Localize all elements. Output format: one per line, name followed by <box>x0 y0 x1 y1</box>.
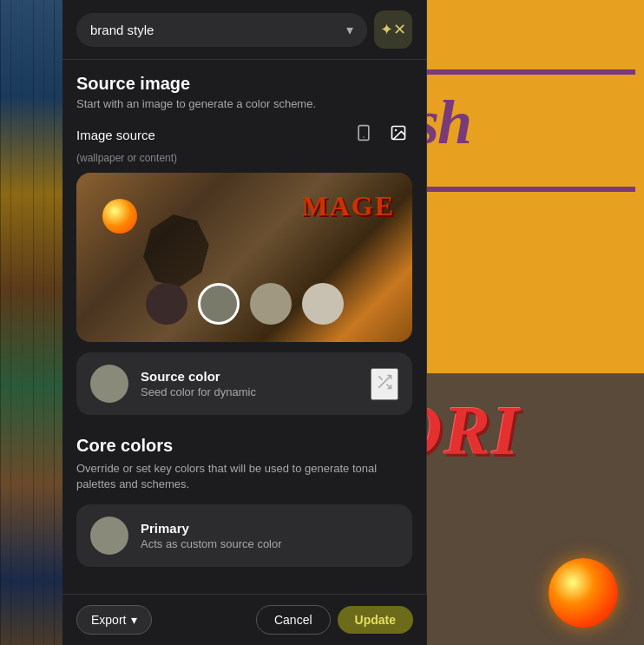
background-bookshelf <box>0 0 62 645</box>
color-swatches-row <box>76 283 412 325</box>
preview-shape <box>138 209 214 292</box>
swatch-4 <box>302 283 344 325</box>
primary-color-subtitle: Acts as custom source color <box>141 537 398 550</box>
primary-color-title: Primary <box>141 521 398 536</box>
preview-orb <box>102 199 137 234</box>
primary-color-info: Primary Acts as custom source color <box>141 521 398 550</box>
image-icon <box>390 124 407 146</box>
settings-panel: brand style ▾ ✦✕ Source image Start with… <box>62 0 427 645</box>
source-image-desc: Start with an image to generate a color … <box>76 97 412 110</box>
cancel-label: Cancel <box>274 613 312 627</box>
image-source-icons <box>350 121 412 148</box>
magic-wand-icon: ✦✕ <box>380 20 406 39</box>
preview-bg: MAGE <box>76 173 412 342</box>
preview-text: MAGE <box>301 190 395 222</box>
phone-source-button[interactable] <box>350 121 378 148</box>
export-button[interactable]: Export ▾ <box>76 605 152 635</box>
orb-decoration <box>549 558 618 628</box>
primary-color-circle <box>90 517 128 555</box>
svg-point-1 <box>363 136 365 138</box>
source-color-card[interactable]: Source color Seed color for dynamic <box>76 352 412 415</box>
source-image-title: Source image <box>76 74 412 94</box>
primary-color-card[interactable]: Primary Acts as custom source color <box>76 504 412 567</box>
magic-wand-button[interactable]: ✦✕ <box>374 10 412 49</box>
core-colors-section: Core colors Override or set key colors t… <box>62 436 426 595</box>
source-color-info: Source color Seed color for dynamic <box>141 369 358 398</box>
brand-style-dropdown[interactable]: brand style ▾ <box>76 13 367 47</box>
image-preview[interactable]: MAGE <box>76 173 412 342</box>
swatch-2 <box>198 283 240 325</box>
cancel-button[interactable]: Cancel <box>256 605 331 635</box>
source-color-remove-button[interactable] <box>371 368 398 400</box>
phone-icon <box>355 124 372 146</box>
image-source-label: Image source <box>76 128 155 142</box>
chevron-down-icon: ▾ <box>346 22 353 38</box>
source-image-section: Source image Start with an image to gene… <box>62 60 426 436</box>
export-chevron-icon: ▾ <box>131 613 137 627</box>
svg-point-3 <box>395 128 398 131</box>
swatch-1 <box>146 283 187 325</box>
swatch-3 <box>250 283 292 325</box>
source-color-circle <box>90 365 128 403</box>
core-colors-desc: Override or set key colors that will be … <box>76 461 412 492</box>
bottom-toolbar: Export ▾ Cancel Update <box>62 594 427 645</box>
image-source-button[interactable] <box>384 121 412 148</box>
source-color-subtitle: Seed color for dynamic <box>141 385 358 398</box>
core-colors-title: Core colors <box>76 436 412 456</box>
top-bar: brand style ▾ ✦✕ <box>62 0 426 60</box>
dropdown-label: brand style <box>90 23 154 37</box>
export-label: Export <box>91 613 126 627</box>
shuffle-icon <box>376 377 393 394</box>
source-color-title: Source color <box>141 369 358 384</box>
update-label: Update <box>355 613 396 627</box>
wallpaper-hint: (wallpaper or content) <box>76 152 412 164</box>
image-source-row: Image source <box>76 121 412 148</box>
update-button[interactable]: Update <box>338 606 413 634</box>
